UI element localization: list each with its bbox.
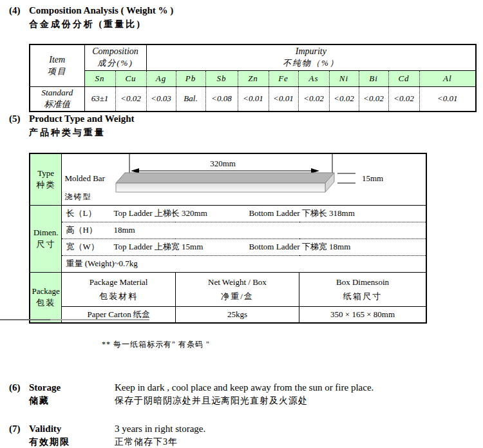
box-dimension-value: 350 × 165 × 80mm	[299, 306, 426, 323]
package-material-value: Paper Carton 纸盒	[62, 306, 175, 323]
standard-label-zh: 标准值	[30, 99, 84, 110]
dim-length-label: 长（L）	[66, 208, 113, 219]
type-name-en: Molded Bar	[64, 173, 104, 184]
impurity-header-zh: 不纯物（%）	[147, 57, 476, 69]
element-header-cell: Fe	[269, 70, 298, 86]
item-header-zh: 项目	[30, 66, 84, 77]
type-label-cell: Type 种类	[30, 153, 62, 205]
type-label-en: Type	[30, 168, 61, 179]
element-header-cell: Al	[419, 70, 476, 86]
element-header-cell: Ag	[146, 70, 176, 86]
element-header-cell: Cd	[388, 70, 419, 86]
dimension-row-length: 长（L） Top Ladder 上梯长 320mm Bottom Ladder …	[62, 205, 426, 222]
storage-text-zh: 保存于阴暗阴凉处并且远离阳光直射及火源处	[115, 395, 374, 407]
element-header-cell: As	[298, 70, 329, 86]
type-name-zh: 浇铸型	[64, 191, 91, 202]
net-weight-header-en: Net Weight / Box	[176, 275, 299, 289]
dimension-row-width: 宽（W） Top Ladder 上梯宽 15mm Bottom Ladder 下…	[62, 239, 426, 255]
dimension-row-height: 高（H） 18mm	[62, 222, 426, 239]
element-header-row: Sn Cu Ag Pb Sb Zn Fe As Ni Bi Cd Al	[30, 70, 476, 86]
element-header-cell: Sn	[84, 70, 115, 86]
validity-label-zh: 有效期限	[29, 436, 115, 448]
section7-validity: (7) Validity 有效期限 3 years in right stora…	[9, 424, 205, 448]
element-value-cell: <0.08	[205, 86, 238, 112]
package-material-header-zh: 包装材料	[62, 289, 175, 304]
section4-title-en: Composition Analysis ( Weight % )	[29, 5, 173, 16]
product-table: Type 种类 320mm	[29, 153, 427, 324]
box-dimension-header: Box Dimensoin 纸箱尺寸	[299, 272, 426, 306]
composition-table: Item 项目 Composition 成分(%) Impurity 不纯物（%…	[29, 44, 477, 112]
dim-weight-label: 重量 (Weight)~0.7kg	[66, 258, 137, 269]
element-header-cell: Sb	[205, 70, 238, 86]
element-header-cell: Bi	[359, 70, 388, 86]
net-weight-header-zh: 净重/盒	[176, 289, 299, 304]
package-material-header: Package Material 包装材料	[62, 272, 175, 306]
dimension-label-zh: 尺寸	[30, 239, 61, 250]
dim-width-label: 宽（W）	[66, 241, 113, 253]
bar-top-face	[116, 173, 334, 183]
spec-document: (4) Composition Analysis ( Weight % ) 合金…	[0, 0, 483, 448]
molded-bar-diagram: 320mm 15mm	[62, 154, 426, 204]
element-value-cell: <0.02	[359, 86, 388, 112]
storage-label-zh: 储藏	[29, 395, 115, 407]
carton-footnote: ** 每一纸箱标示有" 有条码 "	[102, 339, 210, 350]
package-label-zh: 包装	[30, 297, 61, 309]
element-value-cell: 63±1	[84, 86, 115, 112]
element-value-cell: <0.02	[388, 86, 419, 112]
impurity-header-en: Impurity	[147, 46, 476, 57]
section5-heading: (5) Product Type and Weight 产品种类与重量	[9, 113, 135, 139]
dim-width-bottom: Bottom Ladder 下梯宽 18mm	[249, 241, 426, 253]
box-dimension-header-zh: 纸箱尺寸	[299, 289, 426, 304]
section6-number: (6)	[9, 382, 29, 407]
element-value-cell: Bal.	[176, 86, 205, 112]
dim-height-label: 高（H）	[66, 224, 113, 236]
element-value-cell: <0.01	[419, 86, 476, 112]
element-value-cell: <0.02	[329, 86, 359, 112]
element-value-cell: <0.01	[269, 86, 298, 112]
type-label-zh: 种类	[30, 179, 61, 191]
section6-storage: (6) Storage 储藏 Keep in dark , cool place…	[9, 382, 374, 407]
dim-height-value: 18mm	[113, 225, 249, 235]
composition-header-en: Composition	[85, 46, 146, 57]
standard-label-cell: Standard 标准值	[30, 86, 84, 112]
storage-text-en: Keep in dark , cool place and keep away …	[115, 382, 374, 393]
dimension-label-en: Dimen.	[30, 227, 61, 239]
package-material-header-en: Package Material	[62, 275, 175, 289]
type-content-cell: 320mm 15mm Molded Bar 浇铸型	[62, 153, 426, 205]
section4-title-zh: 合金成份分析 (重量比)	[29, 19, 173, 30]
composition-header-zh: 成分(%)	[85, 57, 146, 69]
element-value-cell: <0.02	[115, 86, 146, 112]
element-header-cell: Ni	[329, 70, 359, 86]
package-label-cell: Package 包装	[30, 272, 62, 323]
section7-number: (7)	[9, 424, 29, 448]
element-value-cell: <0.02	[298, 86, 329, 112]
dim-width-top: Top Ladder 上梯宽 15mm	[113, 241, 249, 253]
standard-value-row: Standard 标准值 63±1 <0.02 <0.03 Bal. <0.08…	[30, 86, 476, 112]
net-weight-header: Net Weight / Box 净重/盒	[175, 272, 299, 306]
validity-text-en: 3 years in right storage.	[115, 424, 205, 434]
composition-header-cell: Composition 成分(%)	[84, 44, 146, 70]
storage-label-en: Storage	[29, 382, 115, 393]
dim-length-top: Top Ladder 上梯长 320mm	[113, 208, 249, 219]
bar-front-face	[116, 183, 325, 192]
element-header-cell: Cu	[115, 70, 146, 86]
element-value-cell: <0.03	[146, 86, 176, 112]
impurity-header-cell: Impurity 不纯物（%）	[146, 44, 476, 70]
item-header-en: Item	[30, 54, 84, 66]
standard-label-en: Standard	[30, 87, 84, 99]
box-dimension-header-en: Box Dimensoin	[299, 275, 426, 289]
net-weight-value: 25kgs	[175, 306, 299, 323]
left-margin-mark	[0, 319, 149, 320]
section5-title-zh: 产品种类与重量	[29, 127, 135, 139]
validity-text-zh: 正常储存下3年	[115, 436, 205, 448]
element-header-cell: Zn	[238, 70, 269, 86]
section4-heading: (4) Composition Analysis ( Weight % ) 合金…	[9, 5, 173, 30]
dimension-label-cell: Dimen. 尺寸	[30, 205, 62, 272]
element-header-cell: Pb	[176, 70, 205, 86]
height-dimension-label: 15mm	[362, 173, 383, 183]
element-value-cell: <0.01	[238, 86, 269, 112]
length-dimension-label: 320mm	[211, 159, 236, 168]
dimension-row-weight: 重量 (Weight)~0.7kg	[62, 255, 426, 272]
section5-number: (5)	[9, 113, 29, 124]
package-label-en: Package	[30, 286, 61, 297]
